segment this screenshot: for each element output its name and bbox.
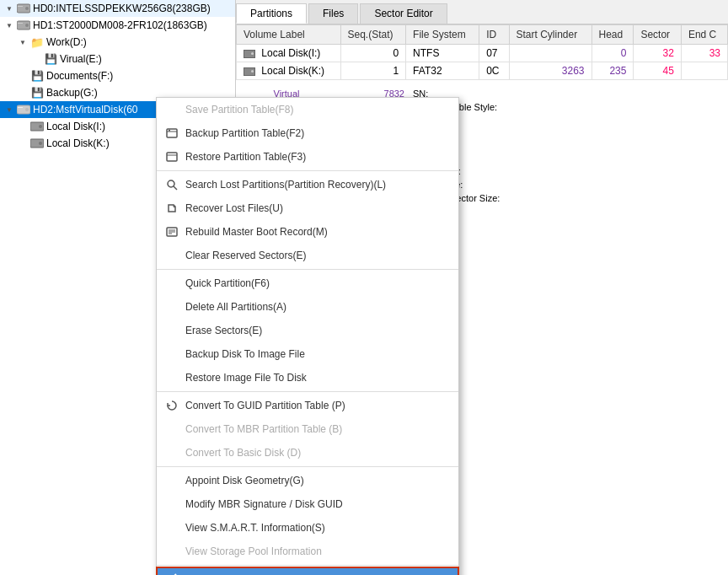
menu-item-search-lost[interactable]: Search Lost Partitions(Partition Recover… (157, 173, 458, 196)
menu-item-save-partition[interactable]: Save Partition Table(F8) (157, 98, 458, 121)
svg-point-12 (39, 142, 42, 145)
menu-icon-smart (163, 519, 180, 536)
menu-icon-clear (163, 247, 180, 264)
row0-sector: 32 (634, 45, 681, 62)
svg-rect-13 (167, 129, 177, 137)
tree-label-localdisk-i: Local Disk(I:) (46, 121, 105, 132)
svg-point-18 (168, 180, 174, 187)
expand-icon-work[interactable] (17, 36, 29, 48)
menu-label-storage: View Storage Pool Information (185, 545, 452, 557)
svg-rect-2 (18, 6, 23, 7)
row1-start-cyl: 3263 (509, 62, 592, 80)
tree-item-documents[interactable]: 💾 Documents(F:) (0, 67, 235, 84)
menu-icon-quick (163, 275, 180, 292)
row0-head: 0 (592, 45, 634, 62)
menu-icon-recover (163, 200, 180, 217)
menu-icon-restore-image (163, 369, 180, 386)
tree-item-work[interactable]: 📁 Work(D:) (0, 34, 235, 51)
menu-item-quick-partition[interactable]: Quick Partition(F6) (157, 271, 458, 295)
svg-rect-5 (18, 23, 23, 24)
table-row-1[interactable]: Local Disk(K:) 1 FAT32 0C 3263 235 45 (237, 62, 728, 80)
expand-icon-hd0[interactable] (3, 3, 15, 14)
menu-icon-backup-image (163, 346, 180, 363)
menu-label-restore-image: Restore Image File To Disk (185, 372, 452, 384)
row1-sector: 45 (634, 62, 681, 80)
svg-line-19 (174, 186, 177, 190)
row1-label: Local Disk(K:) (237, 62, 341, 80)
menu-icon-modify (163, 496, 180, 513)
drive-icon-localdisk-i (30, 120, 44, 133)
svg-point-1 (25, 7, 29, 10)
menu-item-recover-lost[interactable]: Recover Lost Files(U) (157, 196, 458, 220)
expand-icon-hd2[interactable] (3, 104, 15, 116)
separator-3 (157, 391, 458, 392)
menu-label-appoint: Appoint Disk Geometry(G) (185, 475, 452, 486)
menu-item-verify-repair[interactable]: Verify Or Repair Bad Sectors(Y) (157, 567, 458, 575)
menu-item-convert-guid[interactable]: Convert To GUID Partition Table (P) (157, 394, 458, 417)
row1-seq: 1 (340, 62, 406, 80)
drive-icon-documents: 💾 (30, 69, 44, 83)
menu-icon-verify (163, 571, 180, 575)
menu-label-modify: Modify MBR Signature / Disk GUID (185, 498, 452, 510)
row1-disk-icon (244, 67, 255, 76)
row0-label-text: Local Disk(I:) (261, 47, 320, 59)
menu-icon-delete (163, 298, 180, 315)
tree-label-documents: Documents(F:) (46, 70, 113, 82)
menu-label-convert-guid: Convert To GUID Partition Table (P) (185, 400, 452, 411)
menu-item-erase-sectors[interactable]: Erase Sectors(E) (157, 319, 458, 342)
menu-item-view-smart[interactable]: View S.M.A.R.T. Information(S) (157, 516, 458, 540)
menu-item-convert-mbr[interactable]: Convert To MBR Partition Table (B) (157, 417, 458, 441)
col-head: Head (592, 25, 634, 45)
tree-item-virual[interactable]: 💾 Virual(E:) (0, 51, 235, 67)
menu-icon-convert-basic (163, 444, 180, 461)
menu-item-restore-image[interactable]: Restore Image File To Disk (157, 366, 458, 390)
tab-sector-editor[interactable]: Sector Editor (360, 3, 447, 24)
tree-label-work: Work(D:) (46, 36, 87, 48)
menu-item-clear-reserved[interactable]: Clear Reserved Sectors(E) (157, 244, 458, 267)
row0-disk-icon (244, 50, 255, 58)
hdd-icon-hd0 (17, 2, 30, 15)
row0-label: Local Disk(I:) (237, 45, 341, 62)
menu-label-save: Save Partition Table(F8) (185, 104, 452, 116)
menu-item-view-storage[interactable]: View Storage Pool Information (157, 540, 458, 563)
menu-item-restore-partition[interactable]: Restore Partition Table(F3) (157, 145, 458, 169)
menu-label-search: Search Lost Partitions(Partition Recover… (185, 179, 452, 191)
row0-fs: NTFS (406, 45, 479, 62)
row0-id: 07 (479, 45, 509, 62)
separator-1 (157, 170, 458, 171)
col-end-c: End C (681, 25, 727, 45)
menu-item-delete-all[interactable]: Delete All Partitions(A) (157, 295, 458, 319)
svg-point-10 (39, 125, 42, 128)
tree-label-virual: Virual(E:) (60, 53, 102, 65)
menu-label-erase: Erase Sectors(E) (185, 325, 452, 336)
menu-icon-rebuild (163, 223, 180, 240)
expand-icon-hd1[interactable] (3, 19, 15, 31)
tab-bar: Partitions Files Sector Editor (236, 0, 728, 24)
row1-head: 235 (592, 62, 634, 80)
tab-files[interactable]: Files (308, 3, 358, 24)
tree-label-localdisk-k: Local Disk(K:) (46, 137, 110, 149)
table-row-0[interactable]: Local Disk(I:) 0 NTFS 07 0 32 33 (237, 45, 728, 62)
menu-item-backup-partition[interactable]: Backup Partition Table(F2) (157, 121, 458, 145)
expand-icon-documents (17, 70, 29, 82)
tab-partitions[interactable]: Partitions (236, 3, 307, 24)
menu-label-rebuild: Rebuild Master Boot Record(M) (185, 226, 452, 238)
menu-item-modify-mbr[interactable]: Modify MBR Signature / Disk GUID (157, 492, 458, 516)
row0-start-cyl (509, 45, 592, 62)
menu-icon-search (163, 176, 180, 193)
menu-item-appoint-geometry[interactable]: Appoint Disk Geometry(G) (157, 469, 458, 492)
menu-item-convert-basic[interactable]: Convert To Basic Disk (D) (157, 441, 458, 465)
menu-label-quick: Quick Partition(F6) (185, 277, 452, 289)
menu-label-backup: Backup Partition Table(F2) (185, 127, 452, 139)
col-sector: Sector (634, 25, 681, 45)
hdd-icon-hd2 (17, 103, 30, 116)
row1-label-text: Local Disk(K:) (261, 65, 324, 77)
svg-rect-16 (167, 153, 177, 161)
expand-icon-localdisk-i (17, 121, 29, 132)
tree-item-hd0[interactable]: HD0:INTELSSDPEKKW256G8(238GB) (0, 0, 235, 17)
row1-fs: FAT32 (406, 62, 479, 80)
menu-item-backup-disk-image[interactable]: Backup Disk To Image File (157, 342, 458, 366)
menu-item-rebuild-mbr[interactable]: Rebuild Master Boot Record(M) (157, 220, 458, 244)
tree-item-hd1[interactable]: HD1:ST2000DM008-2FR102(1863GB) (0, 17, 235, 34)
svg-point-7 (25, 108, 29, 111)
